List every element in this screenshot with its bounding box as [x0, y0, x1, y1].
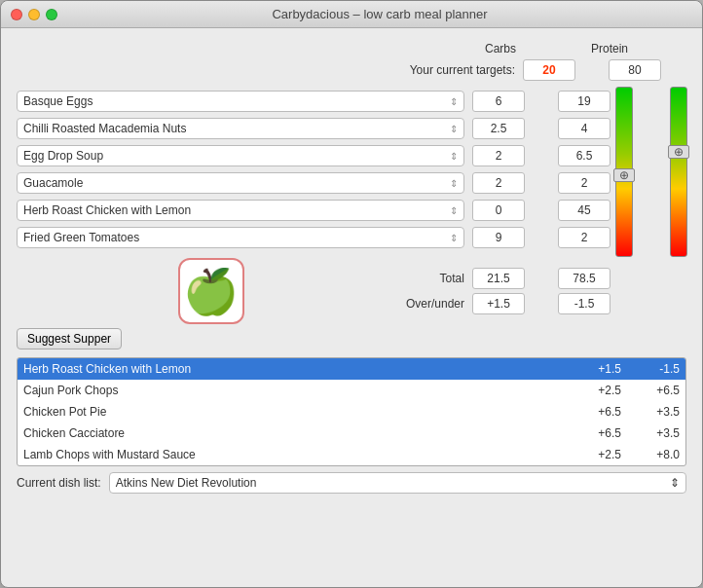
suggestion-protein-0: -1.5 — [631, 362, 680, 376]
carbs-field-0[interactable]: 6 — [472, 91, 525, 112]
protein-column-header: Protein — [583, 42, 636, 55]
target-protein-field[interactable]: 80 — [609, 59, 661, 81]
apple-icon: 🍏 — [178, 258, 244, 324]
suggestion-carbs-3: +6.5 — [573, 426, 631, 440]
total-protein-field: 78.5 — [558, 268, 610, 289]
meal-row: Basque Eggs ⇕ 6 19 — [17, 91, 686, 112]
suggestion-protein-3: +3.5 — [631, 426, 680, 440]
meal-select-0[interactable]: Basque Eggs ⇕ — [17, 91, 464, 112]
suggestion-name-2: Chicken Pot Pie — [23, 405, 573, 419]
meal-row: Chilli Roasted Macademia Nuts ⇕ 2.5 4 — [17, 118, 686, 139]
suggestion-name-3: Chicken Cacciatore — [23, 426, 573, 440]
suggestion-item-3[interactable]: Chicken Cacciatore +6.5 +3.5 — [18, 423, 685, 444]
carbs-column-header: Carbs — [474, 42, 527, 55]
suggestion-carbs-1: +2.5 — [573, 384, 631, 397]
suggestion-protein-2: +3.5 — [631, 405, 680, 419]
meal-select-1[interactable]: Chilli Roasted Macademia Nuts ⇕ — [17, 118, 464, 139]
suggestion-protein-1: +6.5 — [631, 384, 680, 397]
suggestion-item-1[interactable]: Cajun Pork Chops +2.5 +6.5 — [18, 380, 685, 401]
meal-select-4[interactable]: Herb Roast Chicken with Lemon ⇕ — [17, 200, 464, 221]
protein-slider-thumb[interactable] — [668, 145, 689, 159]
carbs-field-5[interactable]: 9 — [472, 227, 525, 248]
over-carbs-field: +1.5 — [472, 293, 525, 314]
protein-field-5[interactable]: 2 — [558, 227, 610, 248]
meal-row: Guacamole ⇕ 2 2 — [17, 172, 686, 194]
content-area: Carbs Protein Your current targets: 20 8… — [1, 28, 702, 587]
protein-slider-col — [668, 87, 687, 257]
suggestion-name-1: Cajun Pork Chops — [23, 384, 573, 397]
suggestion-item-0[interactable]: Herb Roast Chicken with Lemon +1.5 -1.5 — [18, 358, 685, 380]
traffic-lights — [11, 9, 57, 20]
carbs-field-4[interactable]: 0 — [472, 200, 525, 221]
dropdown-arrow-4: ⇕ — [450, 205, 458, 216]
dropdown-arrow-2: ⇕ — [450, 151, 458, 162]
maximize-button[interactable] — [46, 9, 57, 20]
close-button[interactable] — [11, 9, 22, 20]
dropdown-arrow-3: ⇕ — [450, 178, 458, 189]
carbs-field-2[interactable]: 2 — [472, 145, 525, 166]
total-carbs-field: 21.5 — [472, 268, 525, 289]
suggestion-item-4[interactable]: Lamb Chops with Mustard Sauce +2.5 +8.0 — [18, 444, 685, 465]
dish-list-select[interactable]: Atkins New Diet Revolution ⇕ — [109, 472, 686, 494]
suggestion-name-0: Herb Roast Chicken with Lemon — [23, 362, 573, 376]
main-window: Carbydacious – low carb meal planner Car… — [0, 0, 703, 588]
protein-slider-track[interactable] — [670, 87, 687, 257]
dropdown-arrow-1: ⇕ — [450, 124, 458, 134]
meal-row: Egg Drop Soup ⇕ 2 6.5 — [17, 145, 686, 166]
total-label: Total — [406, 272, 464, 285]
meal-rows-container: Basque Eggs ⇕ 6 19 Chilli Roasted Macade… — [17, 91, 686, 254]
dropdown-arrow-0: ⇕ — [450, 96, 458, 107]
protein-field-2[interactable]: 6.5 — [558, 145, 610, 166]
suggest-supper-button[interactable]: Suggest Supper — [17, 328, 122, 349]
protein-field-1[interactable]: 4 — [558, 118, 610, 139]
targets-label: Your current targets: — [410, 63, 515, 77]
carbs-field-1[interactable]: 2.5 — [472, 118, 525, 139]
protein-field-3[interactable]: 2 — [558, 172, 610, 194]
meal-row: Fried Green Tomatoes ⇕ 9 2 — [17, 227, 686, 248]
carbs-slider-track[interactable] — [615, 87, 633, 257]
meal-select-3[interactable]: Guacamole ⇕ — [17, 172, 464, 194]
over-protein-field: -1.5 — [558, 293, 610, 314]
minimize-button[interactable] — [28, 9, 40, 20]
meal-select-2[interactable]: Egg Drop Soup ⇕ — [17, 145, 464, 166]
window-title: Carbydacious – low carb meal planner — [67, 7, 692, 21]
suggestion-carbs-0: +1.5 — [573, 362, 631, 376]
titlebar: Carbydacious – low carb meal planner — [1, 1, 702, 28]
carbs-slider-thumb[interactable] — [613, 168, 635, 182]
suggestion-item-2[interactable]: Chicken Pot Pie +6.5 +3.5 — [18, 401, 685, 423]
suggestion-carbs-4: +2.5 — [573, 448, 631, 461]
meal-row: Herb Roast Chicken with Lemon ⇕ 0 45 — [17, 200, 686, 221]
suggestion-name-4: Lamb Chops with Mustard Sauce — [23, 448, 573, 461]
suggestion-carbs-2: +6.5 — [573, 405, 631, 419]
protein-field-4[interactable]: 45 — [558, 200, 610, 221]
suggestion-protein-4: +8.0 — [631, 448, 680, 461]
footer-row: Current dish list: Atkins New Diet Revol… — [17, 466, 686, 496]
suggestion-list: Herb Roast Chicken with Lemon +1.5 -1.5 … — [17, 357, 686, 466]
protein-field-0[interactable]: 19 — [558, 91, 610, 112]
footer-label: Current dish list: — [17, 476, 101, 490]
meal-select-5[interactable]: Fried Green Tomatoes ⇕ — [17, 227, 464, 248]
dropdown-arrow-5: ⇕ — [450, 233, 458, 243]
over-under-label: Over/under — [406, 297, 464, 311]
carbs-field-3[interactable]: 2 — [472, 172, 525, 194]
target-carbs-field[interactable]: 20 — [523, 59, 575, 81]
footer-dropdown-arrow: ⇕ — [670, 476, 680, 490]
carbs-slider-col — [613, 87, 633, 257]
